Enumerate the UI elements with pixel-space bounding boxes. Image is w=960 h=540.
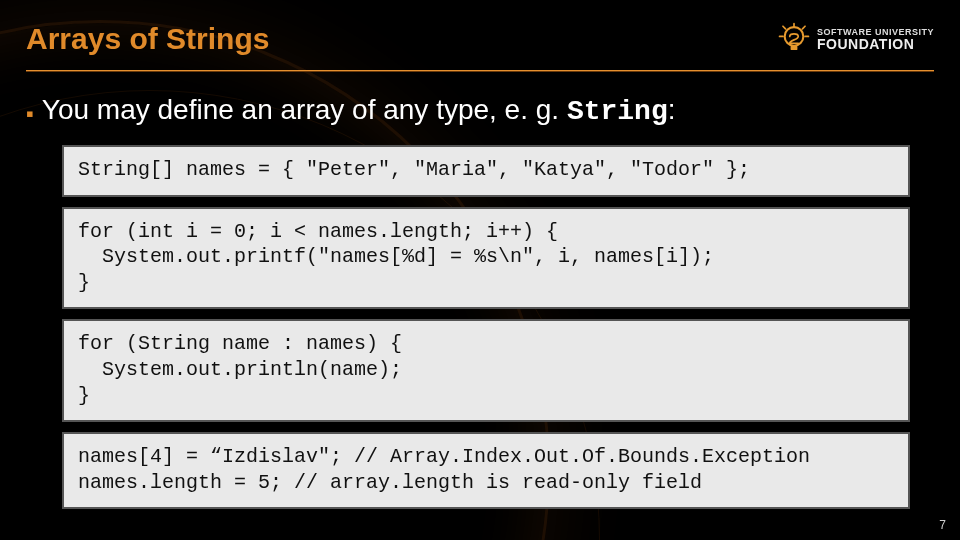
- svg-rect-1: [791, 46, 798, 50]
- header: Arrays of Strings SOFTWARE UNIVERSITY FO…: [26, 12, 934, 66]
- content: ▪ You may define an array of any type, e…: [26, 94, 934, 509]
- bullet-square-icon: ▪: [26, 103, 34, 125]
- softuni-logo: SOFTWARE UNIVERSITY FOUNDATION: [777, 22, 934, 56]
- bullet-text-mono: String: [567, 96, 668, 127]
- bullet-item: ▪ You may define an array of any type, e…: [26, 94, 934, 127]
- bullet-text-before: You may define an array of any type, e. …: [42, 94, 567, 125]
- bullet-text-after: :: [668, 94, 676, 125]
- title-underline: [26, 70, 934, 72]
- code-box-1: String[] names = { "Peter", "Maria", "Ka…: [62, 145, 910, 197]
- page-number: 7: [939, 518, 946, 532]
- logo-text: SOFTWARE UNIVERSITY FOUNDATION: [817, 28, 934, 51]
- code-box-2: for (int i = 0; i < names.length; i++) {…: [62, 207, 910, 310]
- code-box-3: for (String name : names) { System.out.p…: [62, 319, 910, 422]
- code-box-4: names[4] = “Izdislav"; // Array.Index.Ou…: [62, 432, 910, 509]
- lightbulb-icon: [777, 22, 811, 56]
- bullet-text: You may define an array of any type, e. …: [42, 94, 676, 127]
- logo-line2: FOUNDATION: [817, 37, 934, 51]
- slide: Arrays of Strings SOFTWARE UNIVERSITY FO…: [0, 0, 960, 540]
- slide-title: Arrays of Strings: [26, 22, 269, 56]
